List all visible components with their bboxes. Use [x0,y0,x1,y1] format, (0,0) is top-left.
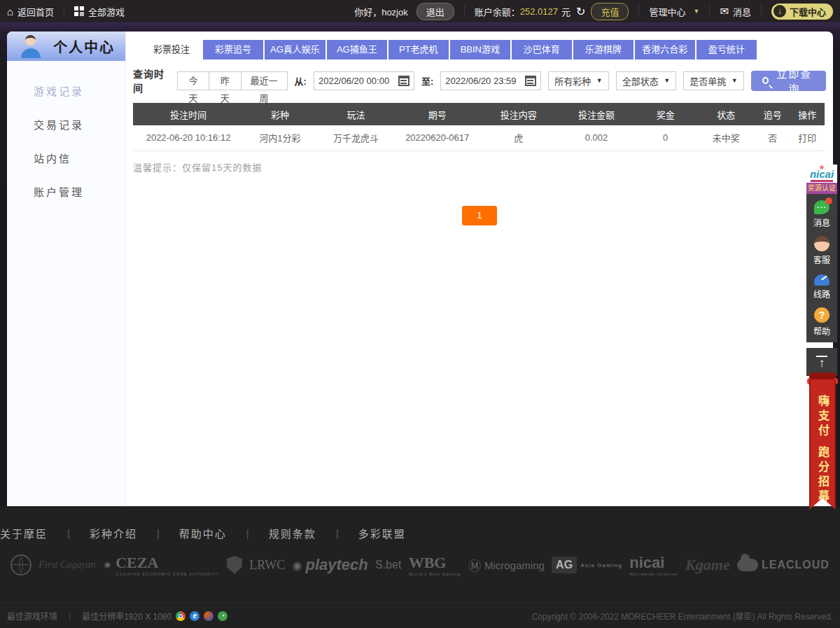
tab-lottery-bets[interactable]: 彩票投注 [141,40,202,60]
chevron-down-icon: ▼ [693,8,699,15]
sidebar-header: 个人中心 [7,32,125,61]
nicai-logo: nicai Worldwide lotteries [629,554,678,576]
col-action: 操作 [790,103,825,125]
lottery-type-value: 所有彩种 [554,74,591,88]
tab-bar: 彩票投注 彩票追号 AG真人娱乐 AG捕鱼王 PT老虎机 BBIN游戏 沙巴体育… [141,40,826,60]
sidebar-item-game-records[interactable]: 游戏记录 [7,75,125,109]
tab-ag-fishing[interactable]: AG捕鱼王 [327,40,387,60]
status-select[interactable]: 全部状态 ▼ [616,71,676,90]
customer-service-widget[interactable]: 客服 [806,232,837,270]
tab-lottery-chase[interactable]: 彩票追号 [203,40,263,60]
footer-link-alliance[interactable]: 多彩联盟 [339,526,426,540]
recharge-button[interactable]: 充值 [591,3,629,20]
page-button-1[interactable]: 1 [462,206,497,225]
footer-link-about[interactable]: 关于摩臣 [0,526,67,540]
cell-issue: 20220620-0617 [396,125,479,151]
sbet-logo: S.bet [375,559,401,571]
speedometer-icon [814,274,830,286]
sidebar-item-account-management[interactable]: 账户管理 [7,176,125,209]
search-button[interactable]: 立即查询 [751,71,826,91]
content-container: 个人中心 游戏记录 交易记录 站内信 账户管理 彩票投注 彩票追号 AG真人娱乐… [7,32,833,506]
browser-360-icon: ◔ [218,611,227,621]
sidebar-menu: 游戏记录 交易记录 站内信 账户管理 [7,61,125,209]
all-games-link[interactable]: 全部游戏 [74,5,125,18]
home-link[interactable]: ⌂ 返回首页 [7,5,54,18]
messages-widget[interactable]: 消息 [806,197,837,232]
tab-saba-sports[interactable]: 沙巴体育 [512,40,572,60]
chat-icon [814,200,830,214]
col-status: 状态 [696,103,755,125]
tab-hk-mark-six[interactable]: 香港六合彩 [635,40,695,60]
to-date-input[interactable] [445,76,521,86]
footer-link-lottery-intro[interactable]: 彩种介绍 [70,526,157,540]
tab-profit-stats[interactable]: 盈亏统计 [696,40,757,60]
yesterday-button[interactable]: 昨天 [209,71,241,90]
footer-link-rules[interactable]: 规则条款 [249,526,336,540]
last-week-button[interactable]: 最近一周 [241,71,288,90]
promo-banner[interactable]: 嗨支付 跑分招募 [809,372,836,510]
calendar-icon[interactable] [525,76,536,86]
globe-emblem-logo [10,554,31,575]
single-pick-select[interactable]: 是否单挑 ▼ [683,71,743,90]
prize-certification-badge[interactable]: 奖源认证 [806,183,837,194]
sidebar-item-site-mail[interactable]: 站内信 [7,142,125,176]
lrwc-logo: LRWC [249,558,285,573]
single-pick-value: 是否单挑 [690,74,726,88]
partner-logos: First Cagayan ✷ CEZA CAGAYAN ECONOMIC ZO… [0,543,840,587]
up-arrow-icon: ↑ [819,357,825,369]
sidebar-item-transaction-records[interactable]: 交易记录 [7,109,125,142]
col-play: 玩法 [316,103,396,125]
banner-text: 嗨支付 跑分招募 [814,395,831,510]
from-date-box [314,71,414,90]
chrome-icon [176,611,186,621]
ie-icon: e [190,611,200,621]
messages-label: 消息 [733,5,751,18]
refresh-icon[interactable]: ↻ [576,5,585,18]
calendar-icon[interactable] [398,76,410,86]
cell-lottery: 河内1分彩 [244,125,316,151]
topbar: ⌂ 返回首页 全部游戏 你好，hozjok 退出 账户余额： 252.0127 … [0,0,840,22]
lines-widget-label: 线路 [806,288,837,300]
tab-pt-slots[interactable]: PT老虎机 [388,40,449,60]
from-date-input[interactable] [318,76,394,86]
today-button[interactable]: 今天 [177,71,209,90]
back-to-top-button[interactable]: ↑ [806,348,837,376]
lottery-type-select[interactable]: 所有彩种 ▼ [548,71,608,90]
cell-bet-time: 2022-06-20 10:16:12 [133,125,244,151]
divider [638,5,639,18]
footer-bottom-bar: 最佳游戏环境 | 最佳分辨率1920 X 1080 e ◔ Copyright … [0,603,840,628]
tab-leyou-chess[interactable]: 乐游棋牌 [573,40,634,60]
logo-underline [811,180,833,182]
print-link[interactable]: 打印 [790,125,825,151]
search-icon [762,77,769,84]
tab-ag-live[interactable]: AG真人娱乐 [265,40,326,60]
download-icon: ↓ [774,5,786,18]
download-center-button[interactable]: ↓ 下载中心 [771,4,833,20]
firefox-icon [204,611,214,621]
brand-logo-text: nicai [806,169,837,179]
mail-icon: ✉ [720,5,729,18]
search-button-label: 立即查询 [774,66,815,95]
home-label: 返回首页 [18,5,54,18]
quick-actions-panel: 消息 客服 线路 ? 帮助 [806,194,837,342]
messages-link[interactable]: ✉ 消息 [720,5,751,18]
all-games-label: 全部游戏 [88,5,125,18]
logout-button[interactable]: 退出 [416,3,454,20]
from-label: 从: [295,74,307,88]
cell-status: 未中奖 [696,125,755,151]
chevron-down-icon: ▼ [732,77,738,84]
cell-amount: 0.002 [559,125,635,151]
query-form: 查询时间 今天 昨天 最近一周 从: 至: 所有彩种 [133,67,826,95]
ceza-logo: ✷ CEZA CAGAYAN ECONOMIC ZONE AUTHORITY [103,554,220,576]
admin-center-menu[interactable]: 管理中心 ▼ [649,5,699,18]
grid-icon [74,6,84,16]
question-icon: ? [814,307,830,323]
main-content: 彩票投注 彩票追号 AG真人娱乐 AG捕鱼王 PT老虎机 BBIN游戏 沙巴体育… [126,32,833,506]
to-label: 至: [421,74,433,88]
footer-link-help-center[interactable]: 帮助中心 [160,526,246,540]
cell-play: 万千龙虎斗 [316,125,396,151]
cell-content: 虎 [479,125,559,151]
help-widget[interactable]: ? 帮助 [806,304,837,341]
lines-widget[interactable]: 线路 [806,270,837,304]
tab-bbin[interactable]: BBIN游戏 [450,40,510,60]
